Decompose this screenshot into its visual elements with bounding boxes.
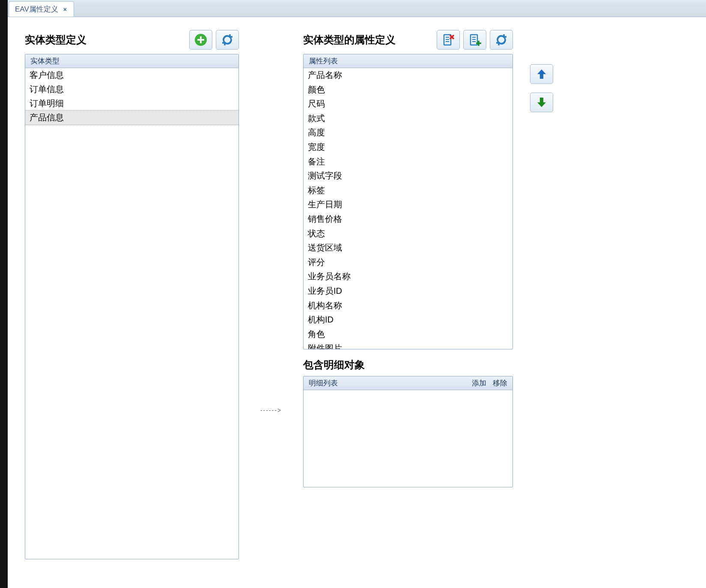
entity-item[interactable]: 客户信息 xyxy=(25,68,238,82)
arrow-indicator: ------> xyxy=(260,407,282,414)
attribute-item[interactable]: 测试字段 xyxy=(304,169,512,183)
content-area: 实体类型定义 xyxy=(8,17,706,572)
entity-item[interactable]: 订单信息 xyxy=(25,82,238,96)
tab-label: EAV属性定义 xyxy=(15,4,58,14)
attribute-item[interactable]: 生产日期 xyxy=(304,197,512,212)
refresh-icon xyxy=(221,33,234,46)
attribute-list-body[interactable]: 产品名称颜色尺码款式高度宽度备注测试字段标签生产日期销售价格状态送货区域评分业务… xyxy=(304,68,512,349)
attribute-item[interactable]: 送货区域 xyxy=(304,241,512,255)
refresh-attribute-button[interactable] xyxy=(490,30,513,50)
document-add-icon xyxy=(468,33,481,46)
attribute-item[interactable]: 状态 xyxy=(304,227,512,241)
move-up-button[interactable] xyxy=(530,64,553,84)
entity-type-toolbar xyxy=(189,30,239,50)
entity-type-header: 实体类型定义 xyxy=(25,30,239,50)
attribute-item[interactable]: 机构名称 xyxy=(304,298,512,313)
entity-type-title: 实体类型定义 xyxy=(25,33,86,47)
plus-circle-icon xyxy=(194,33,207,46)
attribute-item[interactable]: 标签 xyxy=(304,183,512,198)
tab-eav[interactable]: EAV属性定义 × xyxy=(9,1,74,17)
detail-header-actions: 添加 移除 xyxy=(468,378,507,388)
add-attribute-button[interactable] xyxy=(463,30,486,50)
arrow-down-icon xyxy=(536,96,547,108)
entity-type-list-header: 实体类型 xyxy=(25,54,238,68)
attribute-item[interactable]: 颜色 xyxy=(304,83,512,97)
detail-header-label: 明细列表 xyxy=(309,378,338,388)
detail-list-header: 明细列表 添加 移除 xyxy=(304,376,512,390)
attribute-item[interactable]: 款式 xyxy=(304,111,512,126)
attribute-item[interactable]: 产品名称 xyxy=(304,68,512,83)
attribute-item[interactable]: 宽度 xyxy=(304,140,512,155)
refresh-icon xyxy=(495,33,508,46)
attribute-item[interactable]: 尺码 xyxy=(304,97,512,111)
close-icon[interactable]: × xyxy=(63,7,68,12)
attribute-item[interactable]: 评分 xyxy=(304,255,512,270)
attribute-list: 属性列表 产品名称颜色尺码款式高度宽度备注测试字段标签生产日期销售价格状态送货区… xyxy=(303,54,513,349)
entity-item[interactable]: 产品信息 xyxy=(25,110,239,125)
attribute-title: 实体类型的属性定义 xyxy=(303,33,396,47)
reorder-column xyxy=(530,30,553,559)
tab-bar: EAV属性定义 × xyxy=(8,0,706,17)
entity-type-list: 实体类型 客户信息订单信息订单明细产品信息 xyxy=(25,54,239,559)
attribute-panel: 实体类型的属性定义 xyxy=(303,30,513,559)
arrow-up-icon xyxy=(536,68,547,80)
attribute-item[interactable]: 机构ID xyxy=(304,313,512,327)
attribute-item[interactable]: 附件图片 xyxy=(304,341,512,349)
document-delete-icon xyxy=(442,33,455,46)
attribute-item[interactable]: 销售价格 xyxy=(304,212,512,227)
attribute-item[interactable]: 业务员ID xyxy=(304,284,512,298)
detail-list: 明细列表 添加 移除 xyxy=(303,376,513,487)
attribute-item[interactable]: 备注 xyxy=(304,155,512,169)
detail-remove-link[interactable]: 移除 xyxy=(493,379,507,387)
detail-title: 包含明细对象 xyxy=(303,358,513,372)
attribute-list-header: 属性列表 xyxy=(304,54,512,68)
detail-section: 包含明细对象 明细列表 添加 移除 xyxy=(303,358,513,487)
delete-attribute-button[interactable] xyxy=(437,30,460,50)
app-window: EAV属性定义 × 实体类型定义 xyxy=(0,0,706,588)
arrow-column: ------> xyxy=(252,30,290,559)
entity-item[interactable]: 订单明细 xyxy=(25,96,238,110)
move-down-button[interactable] xyxy=(530,93,553,112)
entity-type-panel: 实体类型定义 xyxy=(25,30,239,559)
attribute-item[interactable]: 角色 xyxy=(304,327,512,342)
refresh-entity-button[interactable] xyxy=(216,30,239,50)
entity-type-list-body: 客户信息订单信息订单明细产品信息 xyxy=(25,68,238,125)
attribute-item[interactable]: 高度 xyxy=(304,125,512,140)
attribute-header: 实体类型的属性定义 xyxy=(303,30,513,50)
attribute-toolbar xyxy=(437,30,513,50)
attribute-item[interactable]: 业务员名称 xyxy=(304,269,512,284)
detail-add-link[interactable]: 添加 xyxy=(472,379,486,387)
add-entity-button[interactable] xyxy=(189,30,212,50)
